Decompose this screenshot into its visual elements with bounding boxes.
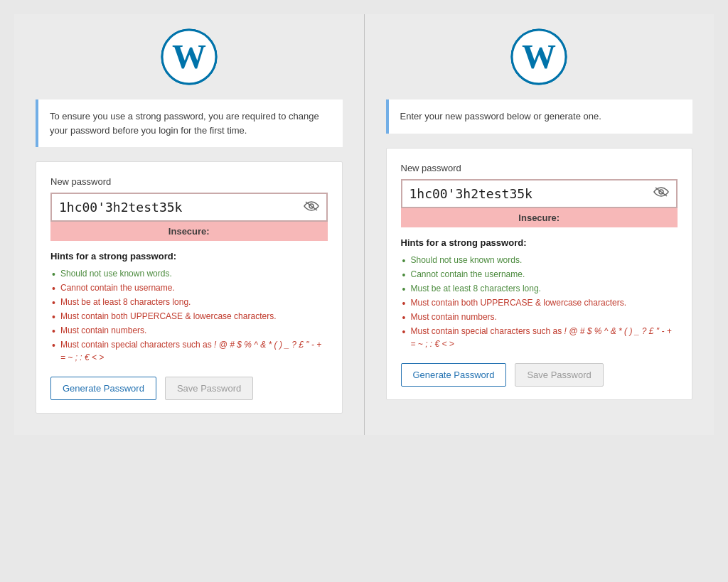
hints-list-right: Should not use known words. Cannot conta… <box>401 254 678 350</box>
password-input-wrapper-left <box>50 193 328 222</box>
generate-password-button-right[interactable]: Generate Password <box>401 363 507 387</box>
btn-row-right: Generate Password Save Password <box>401 363 678 387</box>
password-toggle-right[interactable] <box>653 186 669 200</box>
password-field-block-left: Insecure: <box>50 193 328 251</box>
right-panel: W Enter your new password below or gener… <box>365 14 714 435</box>
hint-item-right-1: Cannot contain the username. <box>401 268 678 281</box>
password-field-block-right: Insecure: <box>401 179 678 237</box>
hint-item-left-3: Must contain both UPPERCASE & lowercase … <box>50 310 328 323</box>
hint-item-right-2: Must be at least 8 characters long. <box>401 282 678 295</box>
hints-list-left: Should not use known words. Cannot conta… <box>50 267 328 364</box>
card-right: New password Insecure: Hints for a stron… <box>386 148 693 400</box>
password-input-left[interactable] <box>59 200 299 215</box>
hint-item-right-5: Must contain special characters such as … <box>401 325 678 350</box>
wordpress-logo-left: W <box>161 28 218 85</box>
hint-item-right-0: Should not use known words. <box>401 254 678 266</box>
hint-item-left-5: Must contain special characters such as … <box>50 338 328 364</box>
card-left: New password Insecure: Hints for a stron… <box>36 161 343 414</box>
btn-row-left: Generate Password Save Password <box>50 377 328 400</box>
password-toggle-left[interactable] <box>304 200 319 215</box>
password-input-wrapper-right <box>401 179 678 208</box>
svg-text:W: W <box>522 38 556 75</box>
info-text-left: To ensure you use a strong password, you… <box>50 111 319 136</box>
info-box-right: Enter your new password below or generat… <box>386 99 693 134</box>
insecure-badge-left: Insecure: <box>50 222 328 241</box>
hint-item-left-1: Cannot contain the username. <box>50 281 328 294</box>
password-label-left: New password <box>50 176 328 187</box>
left-panel: W To ensure you use a strong password, y… <box>14 14 364 435</box>
hint-item-left-0: Should not use known words. <box>50 267 328 280</box>
hints-title-right: Hints for a strong password: <box>401 237 678 248</box>
insecure-badge-right: Insecure: <box>401 208 678 227</box>
generate-password-button-left[interactable]: Generate Password <box>50 377 156 400</box>
hint-item-right-4: Must contain numbers. <box>401 311 678 323</box>
password-input-right[interactable] <box>410 186 650 201</box>
hints-title-left: Hints for a strong password: <box>50 251 328 262</box>
hint-item-left-2: Must be at least 8 characters long. <box>50 296 328 308</box>
info-box-left: To ensure you use a strong password, you… <box>36 99 343 147</box>
hint-item-left-4: Must contain numbers. <box>50 324 328 337</box>
password-label-right: New password <box>401 163 678 173</box>
hint-item-right-3: Must contain both UPPERCASE & lowercase … <box>401 296 678 309</box>
page-wrapper: W To ensure you use a strong password, y… <box>14 14 714 435</box>
info-text-right: Enter your new password below or generat… <box>400 111 601 122</box>
wordpress-logo-right: W <box>510 28 567 85</box>
svg-text:W: W <box>172 38 206 75</box>
save-password-button-left[interactable]: Save Password <box>165 377 253 400</box>
save-password-button-right[interactable]: Save Password <box>515 363 603 387</box>
